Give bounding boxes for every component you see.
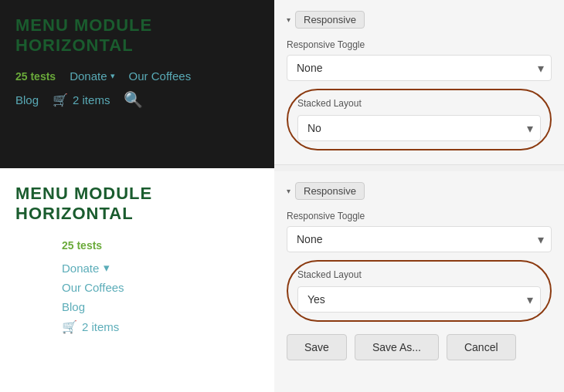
right-bottom-responsive-toggle-label: Responsive Toggle	[287, 211, 552, 221]
bottom-ourcoffees-item[interactable]: Our Coffees	[62, 281, 259, 294]
top-tests-label: 25 tests	[15, 70, 56, 83]
right-bottom-responsive-tag: Responsive	[295, 182, 365, 200]
top-nav-row-2: Blog 🛒 2 items 🔍	[15, 90, 259, 109]
left-panel: MENU MODULE HORIZONTAL 25 tests Donate ▾…	[0, 0, 274, 392]
right-top-responsive-tag: Responsive	[295, 11, 365, 29]
top-module-title: MENU MODULE HORIZONTAL	[15, 15, 259, 56]
right-top-responsive-toggle-label: Responsive Toggle	[287, 39, 552, 50]
right-bottom-settings: ▾ Responsive Responsive Toggle None Stac…	[274, 165, 564, 392]
right-bottom-stacked-layout-select-wrapper: No Yes	[297, 286, 541, 313]
bottom-nav-stacked: 25 tests Donate ▾ Our Coffees Blog 🛒 2 i…	[15, 239, 259, 334]
cart-icon: 🛒	[53, 93, 68, 107]
top-donate-item[interactable]: Donate ▾	[70, 69, 114, 83]
search-icon[interactable]: 🔍	[124, 90, 143, 109]
top-preview: MENU MODULE HORIZONTAL 25 tests Donate ▾…	[0, 0, 274, 168]
right-bottom-responsive-toggle-group: Responsive Toggle None	[287, 211, 552, 252]
right-top-collapse-icon[interactable]: ▾	[287, 15, 290, 24]
bottom-donate-item[interactable]: Donate ▾	[62, 261, 259, 275]
bottom-cart-icon: 🛒	[62, 319, 77, 334]
bottom-cart-label: 2 items	[82, 320, 119, 333]
right-top-section-header: ▾ Responsive	[287, 11, 552, 29]
top-blog-item[interactable]: Blog	[15, 93, 39, 106]
right-top-settings: ▾ Responsive Responsive Toggle None Stac…	[274, 0, 564, 165]
right-bottom-stacked-layout-oval: Stacked Layout No Yes	[287, 260, 552, 322]
save-as-button[interactable]: Save As...	[355, 334, 439, 360]
right-bottom-stacked-layout-label: Stacked Layout	[297, 269, 541, 280]
right-bottom-section-header: ▾ Responsive	[287, 182, 552, 200]
right-top-stacked-layout-oval: Stacked Layout No Yes	[287, 89, 552, 150]
right-bottom-collapse-icon[interactable]: ▾	[287, 187, 290, 195]
top-ourcoffees-item[interactable]: Our Coffees	[129, 69, 192, 83]
footer-buttons: Save Save As... Cancel	[287, 322, 552, 360]
top-blog-label: Blog	[15, 93, 39, 106]
top-cart-label: 2 items	[73, 93, 110, 106]
right-bottom-responsive-toggle-select[interactable]: None	[287, 226, 552, 252]
right-top-responsive-toggle-select[interactable]: None	[287, 55, 552, 81]
bottom-tests-label: 25 tests	[62, 239, 259, 252]
bottom-preview: MENU MODULE HORIZONTAL 25 tests Donate ▾…	[0, 168, 274, 392]
right-top-stacked-layout-label: Stacked Layout	[297, 98, 541, 109]
save-button[interactable]: Save	[287, 334, 347, 360]
cancel-button[interactable]: Cancel	[447, 334, 516, 360]
bottom-module-title: MENU MODULE HORIZONTAL	[15, 184, 259, 224]
right-top-stacked-layout-select-wrapper: No Yes	[297, 115, 541, 141]
bottom-blog-label: Blog	[62, 300, 85, 313]
top-nav-row: 25 tests Donate ▾ Our Coffees	[15, 69, 259, 83]
bottom-donate-label: Donate	[62, 262, 99, 275]
bottom-cart-item[interactable]: 🛒 2 items	[62, 319, 259, 334]
right-top-responsive-toggle-select-wrapper: None	[287, 55, 552, 81]
right-bottom-responsive-toggle-select-wrapper: None	[287, 226, 552, 252]
top-ourcoffees-label: Our Coffees	[129, 69, 192, 83]
bottom-donate-chevron-icon: ▾	[104, 261, 110, 275]
bottom-ourcoffees-label: Our Coffees	[62, 281, 124, 294]
top-donate-chevron-icon: ▾	[110, 71, 115, 81]
bottom-blog-item[interactable]: Blog	[62, 300, 259, 313]
right-top-section-label: Responsive	[304, 14, 356, 25]
right-bottom-section-label: Responsive	[304, 185, 356, 197]
right-panel: ▾ Responsive Responsive Toggle None Stac…	[274, 0, 564, 392]
right-bottom-stacked-layout-select[interactable]: No Yes	[297, 286, 541, 313]
top-cart-item[interactable]: 🛒 2 items	[53, 93, 110, 107]
right-top-stacked-layout-select[interactable]: No Yes	[297, 115, 541, 141]
right-top-responsive-toggle-group: Responsive Toggle None	[287, 39, 552, 81]
top-donate-label: Donate	[70, 69, 107, 83]
